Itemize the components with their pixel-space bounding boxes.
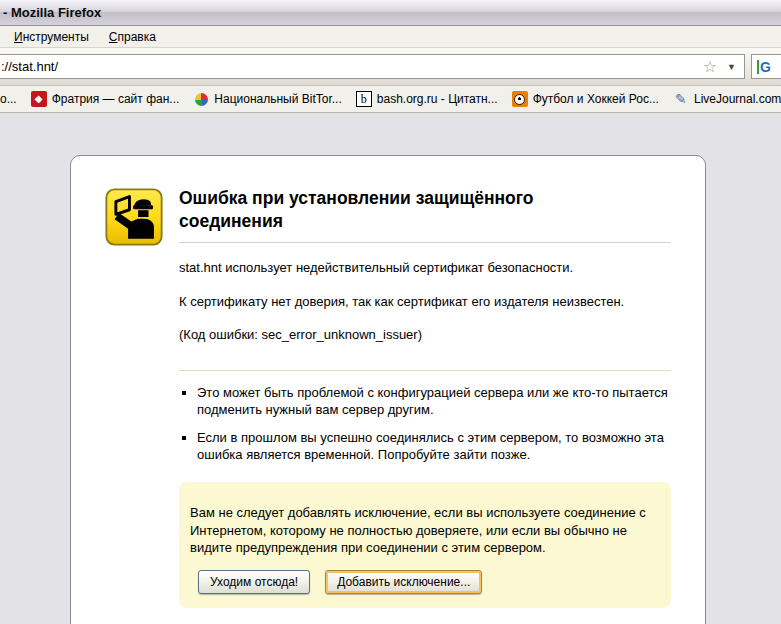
bookmark-label: Национальный BitTor... (214, 92, 341, 106)
menu-tools[interactable]: Инструменты (5, 27, 98, 47)
bookmark-item-livejournal[interactable]: ✎ LiveJournal.com (666, 89, 781, 109)
url-text[interactable]: ://stat.hnt/ (1, 59, 703, 74)
warning-text: Вам не следует добавлять исключение, есл… (190, 504, 659, 557)
bookmark-item-bittorrent[interactable]: Национальный BitTor... (186, 89, 348, 109)
error-paragraph-cert-invalid: stat.hnt использует недействительный сер… (179, 259, 671, 277)
bookmark-label: LiveJournal.com (694, 92, 781, 106)
firefox-window: - Mozilla Firefox Инструменты Справка :/… (0, 0, 781, 624)
browser-content: Ошибка при установлении защищённого соед… (0, 113, 781, 624)
bookmark-item-bash[interactable]: b bash.org.ru - Цитатн... (349, 89, 505, 109)
get-me-out-button[interactable]: Уходим отсюда! (198, 570, 310, 594)
title-bar: - Mozilla Firefox (0, 0, 781, 26)
soccer-ball-icon (512, 91, 528, 107)
error-icon-column (105, 187, 179, 608)
title-divider (179, 242, 671, 243)
error-code: (Код ошибки: sec_error_unknown_issuer) (179, 326, 671, 344)
bookmark-item-fratria[interactable]: ◆ Фратрия — сайт фан... (24, 89, 187, 109)
window-title: - Mozilla Firefox (3, 5, 101, 20)
address-bar[interactable]: ://stat.hnt/ ☆ ▼ (0, 54, 745, 79)
letter-b-icon: b (356, 91, 372, 107)
add-exception-button[interactable]: Добавить исключение... (325, 570, 482, 594)
navigation-toolbar: ://stat.hnt/ ☆ ▼ G (0, 48, 781, 86)
fratria-diamond-icon: ◆ (31, 91, 47, 107)
list-item: Это может быть проблемой с конфигурацией… (197, 384, 671, 419)
error-reasons-list: Это может быть проблемой с конфигурацией… (183, 384, 671, 464)
error-paragraph-untrusted: К сертификату нет доверия, так как серти… (179, 293, 671, 311)
bookmarks-toolbar: о... ◆ Фратрия — сайт фан... Национальны… (0, 86, 781, 113)
bookmark-label: Фратрия — сайт фан... (52, 92, 180, 106)
menu-bar: Инструменты Справка (0, 26, 781, 48)
pencil-icon: ✎ (673, 91, 689, 107)
bookmark-star-icon[interactable]: ☆ (703, 59, 717, 75)
bookmark-item-football[interactable]: Футбол и Хоккей Рос... (505, 89, 666, 109)
list-item: Если в прошлом вы успешно соединялись с … (197, 429, 671, 464)
bookmark-label: bash.org.ru - Цитатн... (377, 92, 498, 106)
bittorrent-pinwheel-icon (193, 91, 209, 107)
section-divider (179, 370, 671, 371)
error-text-column: Ошибка при установлении защищённого соед… (179, 187, 671, 608)
menu-help[interactable]: Справка (100, 27, 165, 47)
ssl-error-card: Ошибка при установлении защищённого соед… (70, 155, 706, 624)
google-search-icon[interactable]: G (757, 60, 771, 74)
button-row: Уходим отсюда! Добавить исключение... (190, 570, 659, 594)
url-dropdown-icon[interactable]: ▼ (723, 62, 740, 72)
bookmark-label: Футбол и Хоккей Рос... (533, 92, 659, 106)
certificate-error-icon (105, 187, 163, 247)
bookmark-item-clipped[interactable]: о... (0, 90, 24, 108)
search-box[interactable]: G (751, 54, 781, 79)
bookmark-label: о... (0, 92, 17, 106)
exception-warning-box: Вам не следует добавлять исключение, есл… (179, 482, 671, 608)
error-page-title: Ошибка при установлении защищённого соед… (179, 187, 609, 233)
